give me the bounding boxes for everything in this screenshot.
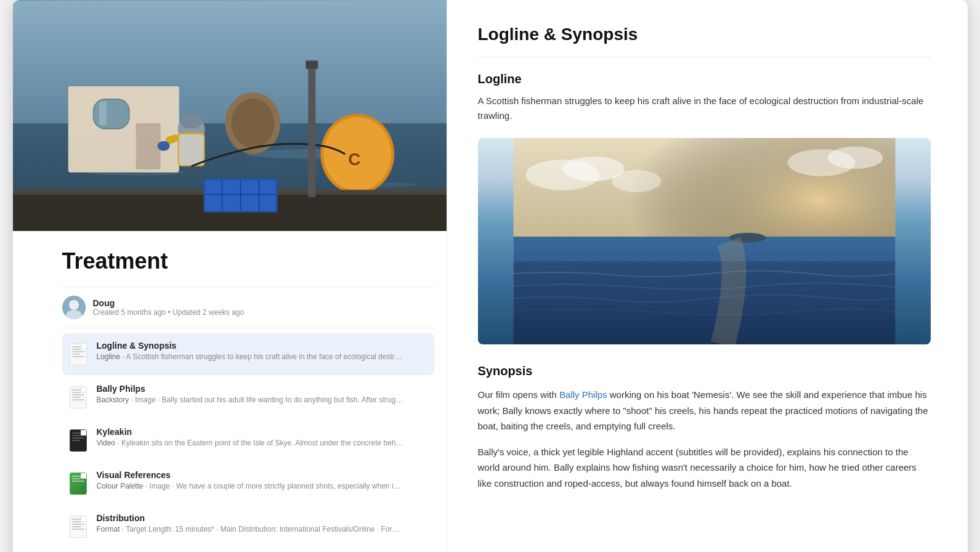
- section-preview-logline: Logline · A Scottish fisherman struggles…: [97, 352, 405, 361]
- section-text-logline: Logline & Synopsis Logline · A Scottish …: [97, 341, 427, 361]
- left-content: Treatment Doug Created 5 months ago • Up…: [13, 231, 447, 552]
- svg-point-39: [612, 170, 661, 192]
- avatar: [62, 296, 86, 319]
- section-icon-bally: [67, 384, 89, 411]
- svg-point-41: [827, 147, 883, 169]
- svg-point-12: [180, 114, 202, 129]
- hero-image: C: [13, 0, 447, 231]
- svg-rect-31: [306, 60, 318, 69]
- section-preview-bally: Backstory · Image · Bally started out hi…: [97, 396, 405, 404]
- main-window: C Treatment: [13, 0, 968, 552]
- author-info: Doug Created 5 months ago • Updated 2 we…: [93, 298, 245, 317]
- svg-point-16: [157, 141, 169, 151]
- section-name-kyleakin: Kyleakin: [97, 427, 427, 437]
- logline-heading: Logline: [478, 72, 931, 86]
- author-row: Doug Created 5 months ago • Updated 2 we…: [62, 286, 434, 328]
- section-preview-distribution: Format · Target Length: 15 minutes* · Ma…: [97, 525, 405, 534]
- author-name: Doug: [93, 298, 245, 308]
- section-name-visual: Visual References: [97, 470, 427, 480]
- author-meta: Created 5 months ago • Updated 2 weeks a…: [93, 308, 245, 317]
- section-icon-distribution: [67, 513, 89, 540]
- section-icon-visual: [67, 470, 89, 497]
- svg-point-18: [231, 99, 274, 148]
- synopsis-para-1: Our film opens with Bally Philps working…: [478, 387, 931, 434]
- svg-point-33: [69, 300, 79, 310]
- section-item-bally[interactable]: Bally Philps Backstory · Image · Bally s…: [62, 376, 434, 418]
- section-name-bally: Bally Philps: [97, 384, 427, 394]
- synopsis-para-2: Bally's voice, a thick yet legible Highl…: [478, 444, 931, 492]
- section-item-kyleakin[interactable]: Kyleakin Video · Kyleakin sits on the Ea…: [62, 420, 434, 461]
- section-icon-kyleakin: [67, 427, 89, 454]
- section-name-logline: Logline & Synopsis: [97, 341, 427, 351]
- synopsis-section: Synopsis Our film opens with Bally Philp…: [478, 364, 931, 491]
- svg-rect-6: [68, 86, 179, 172]
- svg-text:C: C: [348, 150, 360, 169]
- svg-rect-10: [136, 123, 160, 169]
- section-preview-visual: Colour Palette · Image · We have a coupl…: [97, 482, 405, 490]
- tag-logline: Logline: [97, 352, 121, 361]
- section-item-distribution[interactable]: Distribution Format · Target Length: 15 …: [62, 506, 434, 548]
- synopsis-pre-link: Our film opens with: [478, 389, 560, 400]
- left-panel: C Treatment: [13, 0, 447, 552]
- content-image-sea: [478, 138, 931, 344]
- section-text-kyleakin: Kyleakin Video · Kyleakin sits on the Ea…: [97, 427, 427, 447]
- svg-rect-14: [179, 134, 203, 165]
- section-name-distribution: Distribution: [97, 513, 427, 523]
- synopsis-heading: Synopsis: [478, 364, 931, 378]
- treatment-title: Treatment: [62, 248, 434, 274]
- section-item-visual[interactable]: Visual References Colour Palette · Image…: [62, 463, 434, 505]
- section-list: Logline & Synopsis Logline · A Scottish …: [62, 333, 434, 549]
- page-title: Logline & Synopsis: [478, 25, 931, 57]
- section-icon-logline: [67, 341, 89, 368]
- section-text-bally: Bally Philps Backstory · Image · Bally s…: [97, 384, 427, 404]
- section-preview-kyleakin: Video · Kyleakin sits on the Eastern poi…: [97, 439, 405, 447]
- section-item-logline[interactable]: Logline & Synopsis Logline · A Scottish …: [62, 333, 434, 375]
- svg-rect-30: [308, 62, 315, 197]
- right-panel: Logline & Synopsis Logline A Scottish fi…: [447, 0, 968, 552]
- svg-rect-9: [99, 102, 106, 125]
- logline-text: A Scottish fisherman struggles to keep h…: [478, 94, 931, 123]
- section-text-visual: Visual References Colour Palette · Image…: [97, 470, 427, 490]
- section-text-distribution: Distribution Format · Target Length: 15 …: [97, 513, 427, 534]
- synopsis-link[interactable]: Bally Philps: [559, 389, 607, 400]
